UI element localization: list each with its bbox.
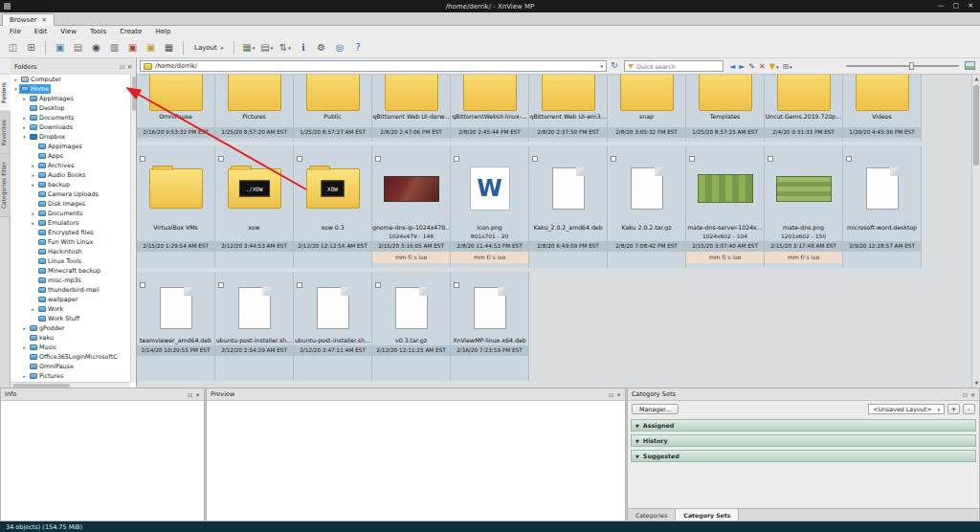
expand-arrow-icon[interactable]: ▾ [12, 86, 19, 92]
quick-search[interactable] [624, 60, 724, 72]
grid-item[interactable]: Templates1/25/20 8:57:25 AM EST [686, 75, 765, 142]
grid-item[interactable]: Uncut.Gems.2019.720p...2/4/20 9:31:33 PM… [765, 75, 843, 142]
sort-dropdown[interactable]: ⇅▾ [277, 39, 293, 55]
grid-item[interactable]: Kaku_2.0.2_amd64.deb2/8/20 6:49:09 PM ES… [529, 145, 608, 268]
add-set-button[interactable]: + [947, 404, 960, 414]
tree-item-kaku[interactable]: kaku [11, 333, 130, 343]
grid-item[interactable]: teamviewer_amd64.deb2/14/20 10:29:55 PM … [137, 272, 215, 381]
web-icon[interactable]: ◎ [331, 39, 347, 55]
expand-arrow-icon[interactable]: ▸ [21, 325, 28, 331]
tree-item-dropbox[interactable]: ▾Dropbox [11, 132, 130, 142]
expand-arrow-icon[interactable]: ▸ [30, 163, 36, 168]
refresh-icon[interactable]: ↻ [611, 60, 618, 70]
details-view-dropdown[interactable]: ▤▾ [258, 39, 275, 55]
scroll-up-icon[interactable]: ▲ [972, 75, 980, 83]
tree-item-archives[interactable]: ▸Archives [11, 161, 130, 170]
remove-set-button[interactable]: - [963, 404, 975, 414]
grid-item[interactable]: ubuntu-post-installer.sh...2/12/20 3:47:… [294, 272, 372, 381]
tree-item-backup[interactable]: ▸backup [11, 180, 130, 189]
tree-item-music[interactable]: ▸Music [11, 343, 130, 352]
side-tab-categories-filter[interactable]: Categories Filter [0, 154, 11, 217]
grid-item[interactable]: gnome-dns-ip-1024x478...1024x479 - 1482/… [372, 145, 451, 268]
tree-item-emulators[interactable]: ▸Emulators [11, 218, 130, 228]
panel-float-icon[interactable]: ⊡ [188, 391, 192, 398]
tree-item-work[interactable]: ▸Work [11, 304, 130, 314]
photo-icon[interactable]: ▣ [52, 39, 68, 55]
slider-thumb[interactable] [909, 62, 914, 70]
edit-path-icon[interactable]: ✎ [748, 62, 755, 71]
tab-close-icon[interactable]: ✕ [41, 16, 46, 24]
tree-item-fun-with-linux[interactable]: Fun With Linux [11, 237, 130, 247]
grid-item[interactable]: mate-dns-server-1024x...1024x602 - 1042/… [686, 145, 765, 268]
grid-item[interactable]: Public1/25/20 8:57:27 AM EST [294, 75, 372, 142]
grid-item[interactable]: Videos1/29/20 4:45:36 PM EST [843, 75, 922, 142]
expand-arrow-icon[interactable]: ▸ [21, 96, 28, 101]
menu-edit[interactable]: Edit [28, 28, 55, 35]
tree-vertical-scrollbar[interactable] [130, 75, 136, 382]
maximize-button[interactable]: ▢ [953, 0, 960, 12]
tree-item-hackintosh[interactable]: Hackintosh [11, 247, 130, 256]
expand-arrow-icon[interactable]: ▸ [21, 373, 28, 379]
tree-item-encrypted-files[interactable]: Encrypted files [11, 228, 130, 237]
panel-close-icon[interactable]: ✕ [970, 391, 975, 398]
tree-item-work-stuff[interactable]: Work Stuff [11, 314, 130, 323]
address-dropdown-icon[interactable]: ▾ [600, 63, 603, 69]
tree-item-audio-books[interactable]: ▸Audio Books [11, 170, 130, 180]
category-section-suggested[interactable]: ▼Suggested [631, 450, 976, 462]
help-icon[interactable]: ? [349, 39, 366, 55]
side-tab-favorites[interactable]: Favorites [0, 112, 11, 154]
grid-item[interactable]: XnViewMP-linux-x64.deb2/16/20 7:23:59 PM… [451, 272, 529, 381]
category-section-history[interactable]: ▼History [631, 434, 976, 447]
scrollbar-thumb[interactable] [973, 85, 979, 166]
back-icon[interactable]: ◄ [729, 62, 735, 71]
tree-item-office365loginmicrosoftc[interactable]: Office365LoginMicrosoftC [11, 352, 130, 362]
forward-icon[interactable]: ► [739, 62, 745, 71]
tree-item-thunderbird-mail[interactable]: thunderbird-mail [11, 285, 130, 295]
menu-file[interactable]: File [3, 28, 28, 35]
grid-item[interactable]: mate-dns.png1201x602 - 1502/15/20 3:17:4… [765, 145, 843, 268]
expand-arrow-icon[interactable]: ▾ [21, 134, 28, 140]
grid-item[interactable]: XOWxow 0.32/12/20 12:12:56 AM EST [294, 145, 372, 268]
capture-image-icon[interactable]: ▣ [143, 39, 159, 55]
grid-item[interactable]: ./XOWxow2/12/20 3:44:53 AM EST [215, 145, 294, 268]
tree-item-minecraft-backup[interactable]: Minecraft backup [11, 266, 130, 276]
tree-item-gpodder[interactable]: ▸gPodder [11, 323, 130, 333]
expand-arrow-icon[interactable]: ▸ [30, 220, 36, 226]
tree-item-appimages[interactable]: ▸AppImages [11, 94, 130, 103]
close-button[interactable]: ✕ [968, 0, 973, 12]
layout-dropdown[interactable]: Layout▾ [189, 42, 228, 54]
find-icon[interactable]: ◉ [88, 39, 104, 55]
tree-item-computer[interactable]: ▸Computer [11, 75, 130, 84]
tree-item-linux-tools[interactable]: Linux Tools [11, 256, 130, 266]
print-icon[interactable]: ▥ [106, 39, 122, 55]
expand-arrow-icon[interactable]: ▸ [21, 115, 28, 121]
layout-select[interactable]: <Unsaved Layout> ▾ [868, 404, 945, 414]
tab-category-sets[interactable]: Category Sets [676, 509, 739, 521]
settings-icon[interactable]: ⚙ [313, 39, 329, 55]
panel-close-icon[interactable]: ✕ [616, 391, 621, 398]
panel-close-icon[interactable]: ✕ [127, 63, 132, 70]
tree-item-disk-images[interactable]: Disk Images [11, 199, 130, 209]
grid-item[interactable]: Wicon.png801x701 - 202/8/20 11:44:53 PM … [451, 145, 529, 268]
expand-arrow-icon[interactable]: ▸ [12, 77, 19, 82]
manager-button[interactable]: Manager... [632, 404, 679, 414]
grid-item[interactable]: microsoft-word.desktop2/9/20 12:28:57 AM… [843, 145, 922, 268]
view-options-dropdown-icon[interactable]: ⊞▾ [782, 62, 791, 71]
tree-item-desktop[interactable]: Desktop [11, 103, 130, 113]
grid-item[interactable]: ubuntu-post-installer.sh...2/12/20 2:54:… [215, 272, 294, 381]
tree-item-downloads[interactable]: ▸Downloads [11, 122, 130, 132]
grid-item[interactable]: OmniPause2/16/20 9:53:32 PM EST [137, 75, 215, 142]
tree-item-camera-uploads[interactable]: Camera Uploads [11, 189, 130, 199]
expand-arrow-icon[interactable]: ▸ [21, 124, 28, 130]
scroll-down-icon[interactable]: ▼ [972, 379, 980, 388]
grid-item[interactable]: qBittorrentWebUI-linux-...2/8/20 2:45:44… [451, 75, 529, 142]
tree-item-documents[interactable]: ▸Documents [11, 209, 130, 218]
panel-float-icon[interactable]: ⊡ [609, 391, 613, 398]
search-input[interactable] [636, 63, 720, 70]
menu-help[interactable]: Help [148, 28, 177, 35]
expand-arrow-icon[interactable]: ▸ [30, 172, 36, 178]
convert-image-icon[interactable]: ▣ [124, 39, 141, 55]
tree-item-appimages[interactable]: AppImages [11, 142, 130, 151]
expand-arrow-icon[interactable]: ▸ [30, 182, 36, 188]
grid-vertical-scrollbar[interactable]: ▲ ▼ [971, 75, 980, 388]
